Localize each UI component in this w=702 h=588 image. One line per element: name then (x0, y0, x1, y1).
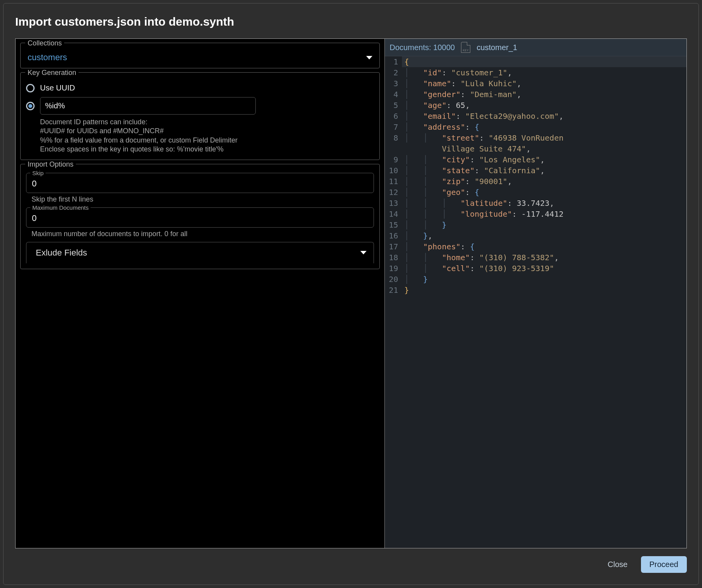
max-docs-field: Maximum Documents (26, 207, 374, 228)
key-generation-group: Key Generation Use UUID Document ID patt… (20, 72, 380, 160)
chevron-down-icon (360, 251, 367, 254)
preview-header: Documents: 10000 KEY customer_1 (385, 39, 686, 56)
dialog-footer: Close Proceed (15, 548, 687, 573)
max-docs-input[interactable] (31, 213, 369, 223)
max-docs-label: Maximum Documents (30, 204, 91, 211)
keygen-help: Document ID patterns can include: #UUID#… (40, 118, 374, 154)
dialog-title: Import customers.json into demo.synth (15, 15, 687, 28)
exclude-fields-select[interactable]: Exlude Fields (26, 242, 374, 263)
radio-icon (26, 84, 35, 92)
skip-input[interactable] (31, 179, 369, 189)
collections-label: Collections (25, 39, 64, 47)
collections-field: Collections customers (20, 43, 380, 68)
json-preview[interactable]: 1{2│ "id": "customer_1",3│ "name": "Lula… (385, 56, 686, 548)
preview-pane: Documents: 10000 KEY customer_1 1{2│ "id… (384, 39, 686, 548)
chevron-down-icon (366, 56, 372, 59)
proceed-button[interactable]: Proceed (641, 556, 687, 573)
radio-use-uuid[interactable]: Use UUID (26, 84, 374, 92)
keygen-legend: Key Generation (25, 69, 79, 77)
document-key-icon: KEY (461, 42, 470, 53)
config-pane: Collections customers Key Generation Use… (16, 39, 384, 548)
content-area: Collections customers Key Generation Use… (15, 38, 687, 548)
collections-value: customers (28, 52, 67, 63)
radio-icon (26, 102, 35, 110)
skip-field: Skip (26, 173, 374, 193)
import-dialog: Import customers.json into demo.synth Co… (3, 3, 699, 585)
skip-help: Skip the first N lines (31, 195, 374, 204)
documents-count: Documents: 10000 (389, 43, 455, 52)
import-options-legend: Import Options (25, 160, 76, 169)
skip-label: Skip (30, 170, 45, 176)
pattern-input[interactable] (40, 97, 256, 115)
document-key-value: customer_1 (477, 43, 517, 52)
import-options-group: Import Options Skip Skip the first N lin… (20, 164, 380, 269)
radio-uuid-label: Use UUID (40, 84, 75, 92)
close-button[interactable]: Close (601, 556, 634, 573)
exclude-fields-label: Exlude Fields (36, 248, 87, 258)
max-docs-help: Maximum number of documents to import. 0… (31, 230, 374, 238)
radio-pattern[interactable] (26, 97, 374, 115)
collections-select[interactable]: customers (26, 50, 374, 63)
